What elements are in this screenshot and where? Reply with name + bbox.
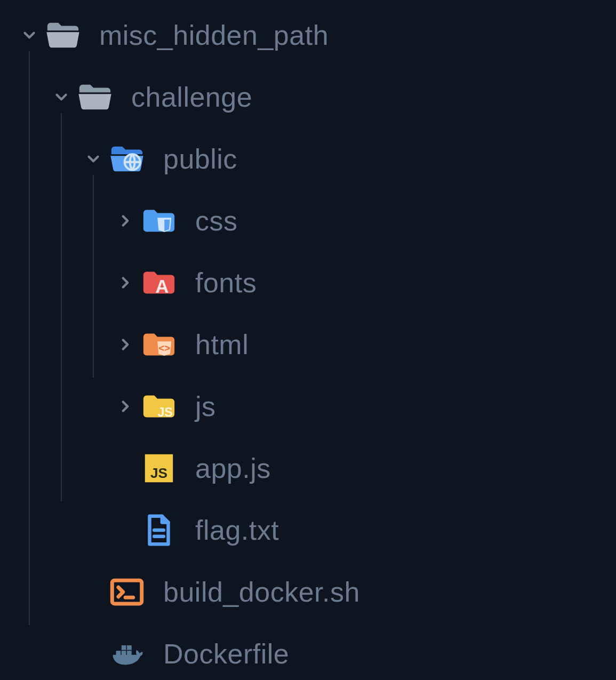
tree-item-challenge[interactable]: challenge [16,66,616,128]
folder-open-icon [43,15,83,55]
svg-rect-9 [127,651,132,655]
file-txt-icon [139,510,179,550]
tree-item-public[interactable]: public [16,128,616,190]
tree-item-app-js[interactable]: JS app.js [16,437,616,499]
tree-item-label: js [195,390,216,422]
svg-rect-11 [127,645,132,650]
tree-item-html[interactable]: <> html [16,314,616,375]
tree-item-label: build_docker.sh [163,576,360,608]
tree-item-label: css [195,205,238,237]
tree-item-js[interactable]: JS js [16,375,616,437]
tree-item-label: public [163,143,237,175]
chevron-right-icon[interactable] [112,397,139,415]
tree-item-build-docker-sh[interactable]: build_docker.sh [16,561,616,623]
svg-rect-6 [112,580,141,604]
tree-item-flag-txt[interactable]: flag.txt [16,499,616,561]
tree-item-fonts[interactable]: A fonts [16,252,616,314]
svg-text:A: A [155,276,169,297]
svg-text:JS: JS [150,465,167,481]
folder-fonts-icon: A [139,262,179,303]
tree-item-label: fonts [195,267,257,299]
chevron-down-icon[interactable] [48,88,75,106]
folder-css-icon [139,201,179,241]
tree-item-label: Dockerfile [163,638,289,670]
folder-js-icon: JS [139,386,179,427]
svg-rect-8 [122,651,126,655]
tree-item-label: flag.txt [195,514,279,546]
chevron-down-icon[interactable] [16,26,43,44]
folder-html-icon: <> [139,324,179,365]
tree-item-dockerfile[interactable]: Dockerfile [16,623,616,680]
svg-rect-7 [116,651,121,655]
chevron-down-icon[interactable] [80,150,107,168]
folder-public-icon [107,139,147,179]
svg-rect-10 [122,645,126,650]
tree-item-label: misc_hidden_path [99,19,329,51]
tree-item-label: app.js [195,452,271,484]
file-js-icon: JS [139,448,179,489]
chevron-right-icon[interactable] [112,212,139,230]
tree-item-label: challenge [131,81,252,113]
chevron-right-icon[interactable] [112,335,139,354]
svg-text:JS: JS [157,405,173,419]
file-sh-icon [107,572,147,612]
tree-item-css[interactable]: css [16,190,616,252]
chevron-right-icon[interactable] [112,274,139,292]
tree-item-label: html [195,329,249,361]
tree-item-root[interactable]: misc_hidden_path [16,4,616,66]
folder-open-icon [75,77,115,117]
file-tree: misc_hidden_path challenge pu [0,0,616,680]
file-docker-icon [107,634,147,674]
svg-text:<>: <> [158,342,170,354]
